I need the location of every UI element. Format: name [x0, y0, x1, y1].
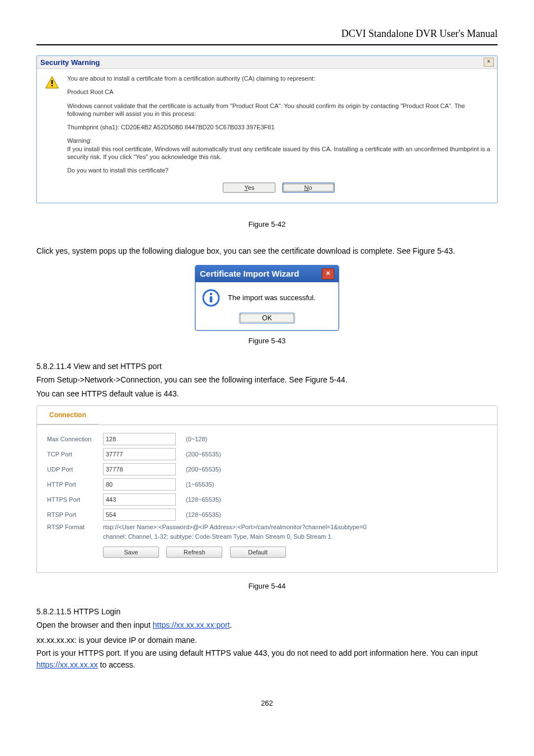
tab-connection[interactable]: Connection — [37, 406, 99, 424]
https-port-heading: 5.8.2.11.4 View and set HTTPS port — [36, 362, 498, 371]
svg-rect-2 — [51, 85, 53, 86]
hint-udp-port: (200~65535) — [186, 466, 221, 473]
label-http-port: HTTP Port — [47, 481, 103, 488]
https-login-ip-line: xx.xx.xx.xx: is your device IP or domain… — [36, 634, 498, 646]
sw-ca-name: Product Root CA — [67, 88, 490, 96]
default-button[interactable]: Default — [230, 547, 286, 558]
import-wizard-title: Certificate Import Wizard — [200, 269, 299, 278]
hint-max-connection: (0~128) — [186, 436, 207, 442]
sw-button-row: Yes No — [67, 180, 490, 198]
hint-tcp-port: (200~65535) — [186, 451, 221, 458]
svg-point-4 — [210, 292, 213, 295]
rtsp-format-subline: channel: Channel, 1-32; subtype: Code-St… — [103, 533, 487, 540]
import-success-message: The import was successful. — [220, 293, 316, 302]
label-max-connection: Max Connection — [47, 436, 103, 442]
security-warning-title: Security Warning — [40, 58, 100, 67]
sw-warning: Warning: If you install this root certif… — [67, 137, 490, 161]
svg-rect-1 — [51, 80, 53, 84]
label-tcp-port: TCP Port — [47, 451, 103, 458]
sw-validate: Windows cannot validate that the certifi… — [67, 102, 490, 118]
input-rtsp-port[interactable] — [103, 508, 176, 521]
sw-warning-body: If you install this root certificate, Wi… — [67, 146, 490, 160]
input-http-port[interactable] — [103, 478, 176, 491]
connection-panel: Connection Max Connection (0~128) TCP Po… — [36, 405, 498, 573]
https-url-link[interactable]: https://xx.xx.xx.xx:port — [153, 620, 230, 629]
input-tcp-port[interactable] — [103, 448, 176, 460]
hint-rtsp-port: (128~65535) — [186, 511, 221, 518]
info-icon — [202, 289, 220, 307]
label-udp-port: UDP Port — [47, 466, 103, 473]
figure-5-43-caption: Figure 5-43 — [36, 337, 498, 345]
close-icon[interactable]: × — [484, 58, 494, 67]
hint-https-port: (128~65535) — [186, 496, 221, 503]
figure-5-44-caption: Figure 5-44 — [36, 582, 498, 590]
input-udp-port[interactable] — [103, 463, 176, 475]
https-login-port-line: Port is your HTTPS port. If you are usin… — [36, 647, 498, 671]
security-warning-titlebar: Security Warning × — [37, 56, 497, 69]
label-rtsp-port: RTSP Port — [47, 511, 103, 518]
ok-button[interactable]: OK — [239, 312, 295, 324]
security-warning-dialog: Security Warning × You are about to inst… — [36, 55, 498, 203]
https-port-line2: You can see HTTPS default value is 443. — [36, 388, 498, 400]
rtsp-format-value: rtsp://<User Name>:<Password>@<IP Addres… — [103, 524, 367, 530]
click-yes-paragraph: Click yes, system pops up the following … — [36, 245, 498, 257]
close-icon[interactable]: × — [322, 268, 334, 279]
import-wizard-titlebar: Certificate Import Wizard × — [195, 265, 339, 282]
header-rule — [36, 44, 498, 45]
sw-question: Do you want to install this certificate? — [67, 166, 490, 174]
no-button[interactable]: No — [282, 183, 335, 193]
label-https-port: HTTPS Port — [47, 496, 103, 503]
input-max-connection[interactable] — [103, 433, 176, 445]
hint-http-port: (1~65535) — [186, 481, 214, 488]
input-https-port[interactable] — [103, 493, 176, 506]
sw-thumbprint: Thumbprint (sha1): CD20E4B2 A52D50B0 844… — [67, 123, 490, 131]
https-port-line1: From Setup->Network->Connection, you can… — [36, 374, 498, 386]
page-number: 262 — [36, 699, 498, 707]
sw-intro: You are about to install a certificate f… — [67, 74, 490, 82]
https-login-heading: 5.8.2.11.5 HTTPS Login — [36, 607, 498, 616]
save-button[interactable]: Save — [103, 547, 159, 558]
https-login-line: Open the browser and then input https://… — [36, 619, 498, 631]
refresh-button[interactable]: Refresh — [166, 547, 222, 558]
svg-rect-5 — [210, 296, 213, 302]
page-header-title: DCVI Standalone DVR User's Manual — [36, 28, 498, 40]
sw-warning-head: Warning: — [67, 137, 92, 144]
import-wizard-dialog: Certificate Import Wizard × The import w… — [195, 265, 339, 331]
yes-button[interactable]: Yes — [223, 183, 275, 193]
warning-icon — [44, 74, 60, 198]
https-short-url-link[interactable]: https://xx.xx.xx.xx — [36, 660, 98, 669]
figure-5-42-caption: Figure 5-42 — [36, 220, 498, 228]
label-rtsp-format: RTSP Format — [47, 524, 103, 530]
